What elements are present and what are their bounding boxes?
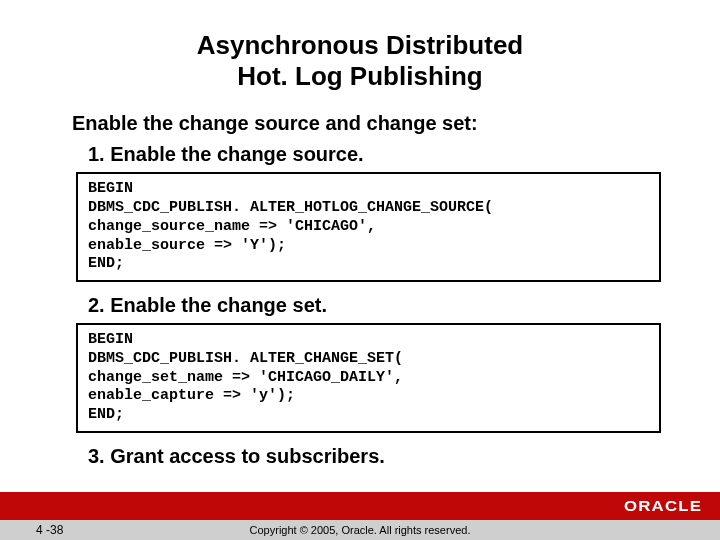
code-block-2: BEGIN DBMS_CDC_PUBLISH. ALTER_CHANGE_SET… (76, 323, 661, 433)
slide-body: Enable the change source and change set:… (0, 92, 720, 468)
step-2: 2. Enable the change set. (88, 294, 665, 317)
page-number: 4 -38 (36, 523, 63, 537)
code-block-1: BEGIN DBMS_CDC_PUBLISH. ALTER_HOTLOG_CHA… (76, 172, 661, 282)
step-3: 3. Grant access to subscribers. (88, 445, 665, 468)
title-line-2: Hot. Log Publishing (0, 61, 720, 92)
footer-redbar: ORACLE (0, 492, 720, 520)
title-line-1: Asynchronous Distributed (0, 30, 720, 61)
step-1: 1. Enable the change source. (88, 143, 665, 166)
footer: ORACLE 4 -38 Copyright © 2005, Oracle. A… (0, 492, 720, 540)
copyright-text: Copyright © 2005, Oracle. All rights res… (250, 524, 471, 536)
slide: Asynchronous Distributed Hot. Log Publis… (0, 0, 720, 540)
footer-greybar: 4 -38 Copyright © 2005, Oracle. All righ… (0, 520, 720, 540)
subheading: Enable the change source and change set: (72, 112, 665, 135)
slide-title: Asynchronous Distributed Hot. Log Publis… (0, 0, 720, 92)
oracle-logo: ORACLE (624, 498, 702, 514)
